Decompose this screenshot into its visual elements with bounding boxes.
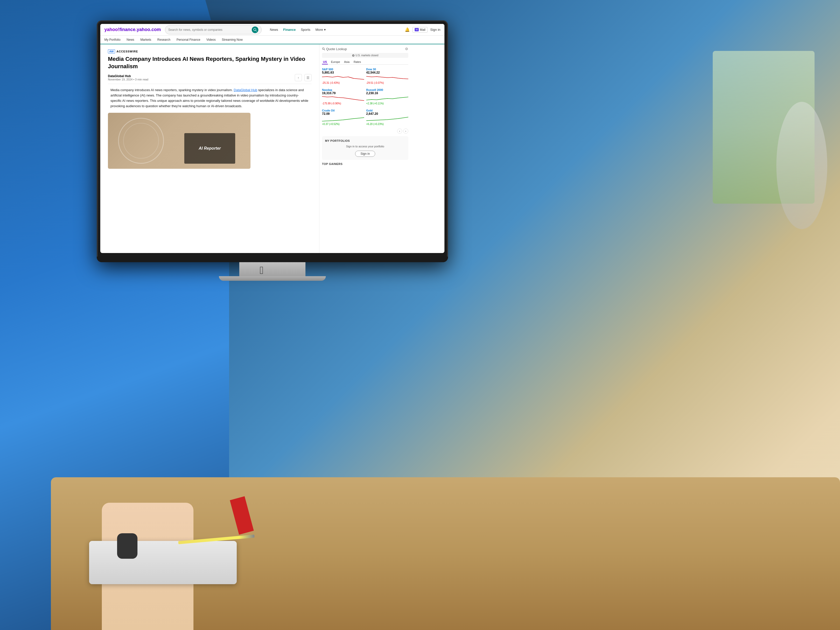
subnav-my-portfolio[interactable]: My Portfolio: [104, 38, 120, 41]
tab-us[interactable]: US: [322, 60, 328, 65]
svg-line-1: [256, 30, 257, 31]
article-image: AI Reporter: [108, 113, 251, 169]
tab-europe[interactable]: Europe: [330, 60, 341, 65]
tab-rates[interactable]: Rates: [352, 60, 362, 65]
mail-icon: ✉: [415, 28, 419, 31]
imac-monitor: yahoo!finance.yahoo.com News: [97, 21, 453, 300]
finance-text: finance.yahoo.com: [119, 27, 161, 32]
source-badge: AW ACCESSWIRE: [108, 49, 311, 54]
article-link[interactable]: DataGlobal Hub: [234, 88, 257, 92]
ticker-nasdaq-change: -175.99 (-0.90%): [322, 102, 364, 105]
markets-closed-text: U.S. markets closed: [355, 54, 378, 57]
ticker-nasdaq[interactable]: Nasdaq 19,310.79 -175.99 (-0.90%): [322, 87, 364, 106]
mail-label: Mail: [420, 28, 425, 32]
subnav: My Portfolio News Markets Research Perso…: [100, 36, 444, 44]
markets-closed-badge: U.S. markets closed: [322, 53, 408, 58]
subnav-markets[interactable]: Markets: [140, 38, 151, 41]
nav-more[interactable]: More ▾: [316, 28, 325, 32]
top-navigation: News Finance Sports More ▾: [270, 28, 325, 32]
prev-arrow[interactable]: ‹: [397, 129, 402, 134]
ticker-gold-value: 2,647.20: [366, 112, 409, 115]
keyboard: [89, 541, 237, 584]
ticker-dow30[interactable]: Dow 30 42,544.22 -29.51 (-0.07%): [366, 67, 409, 85]
nav-arrows: ‹ ›: [322, 129, 408, 134]
quote-lookup-label[interactable]: Quote Lookup: [322, 47, 347, 51]
nav-finance[interactable]: Finance: [283, 28, 296, 32]
svg-point-2: [322, 48, 324, 50]
source-icon: AW: [108, 49, 115, 54]
my-portfolios-section: MY PORTFOLIOS Sign in to access your por…: [322, 136, 408, 160]
search-bar[interactable]: [165, 25, 262, 34]
apple-logo-icon: : [260, 264, 264, 276]
image-label: AI Reporter: [199, 146, 221, 151]
ticker-gold-chart: [366, 116, 409, 122]
ticker-crude-oil[interactable]: Crude Oil 72.09 +0.37 (+0.52%): [322, 108, 364, 126]
tab-asia[interactable]: Asia: [343, 60, 351, 65]
article-author: DataGlobal Hub: [108, 74, 148, 78]
ticker-grid: S&P 500 5,881.63 -25.31 (-0.43%): [322, 67, 408, 126]
sidebar: Quote Lookup ⚙ U.S. markets closed: [319, 44, 411, 253]
topbar: yahoo!finance.yahoo.com News: [100, 24, 444, 36]
imac-chin: [97, 257, 448, 262]
ticker-nasdaq-name: Nasdaq: [322, 88, 364, 92]
search-input[interactable]: [168, 28, 250, 32]
portfolio-signin-button[interactable]: Sign in: [355, 151, 375, 157]
signin-link[interactable]: Sign in: [430, 28, 441, 32]
source-name: ACCESSWIRE: [117, 50, 138, 53]
mail-button[interactable]: ✉ Mail: [412, 27, 428, 33]
ticker-crude-oil-name: Crude Oil: [322, 109, 364, 112]
article-actions: ↑ ☰: [295, 74, 311, 81]
ticker-nasdaq-value: 19,310.79: [322, 92, 364, 95]
quote-lookup: Quote Lookup ⚙: [322, 47, 408, 51]
next-arrow[interactable]: ›: [403, 129, 408, 134]
ticker-russell-value: 2,230.16: [366, 92, 409, 95]
ticker-crude-oil-change: +0.37 (+0.52%): [322, 123, 364, 125]
ticker-gold-change: +6.20 (+0.23%): [366, 123, 409, 125]
article-area: AW ACCESSWIRE Media Company Introduces A…: [100, 44, 319, 253]
ticker-dow30-change: -29.51 (-0.07%): [366, 81, 409, 84]
top-gainers-label: TOP GAINERS: [322, 163, 408, 166]
save-button[interactable]: ☰: [305, 74, 311, 81]
ticker-sp500[interactable]: S&P 500 5,881.63 -25.31 (-0.43%): [322, 67, 364, 85]
imac-screen: yahoo!finance.yahoo.com News: [100, 24, 444, 253]
portfolios-description: Sign in to access your portfolio: [325, 144, 405, 148]
imac-stand-neck: [239, 262, 305, 278]
imac-stand-base: [219, 276, 326, 281]
subnav-streaming-now[interactable]: Streaming Now: [222, 38, 243, 41]
settings-icon[interactable]: ⚙: [405, 47, 408, 51]
search-icon[interactable]: [252, 27, 258, 33]
main-content: AW ACCESSWIRE Media Company Introduces A…: [100, 44, 444, 253]
ticker-crude-oil-chart: [322, 116, 364, 122]
ticker-gold[interactable]: Gold 2,647.20 +6.20 (+0.23%): [366, 108, 409, 126]
markets-tabs: US Europe Asia Rates: [322, 60, 408, 65]
ticker-dow30-value: 42,544.22: [366, 71, 409, 74]
ticker-crude-oil-value: 72.09: [322, 112, 364, 115]
yahoo-finance-site: yahoo!finance.yahoo.com News: [100, 24, 444, 253]
article-body: Media company introduces AI news reporte…: [108, 88, 311, 109]
nav-news[interactable]: News: [270, 28, 278, 32]
ticker-russell-change: +2.38 (+0.11%): [366, 102, 409, 105]
ticker-russell-chart: [366, 95, 409, 101]
yahoo-text: yahoo!: [104, 27, 119, 32]
search-small-icon: [322, 47, 325, 51]
ticker-nasdaq-chart: [322, 95, 364, 101]
watch: [117, 533, 137, 559]
share-button[interactable]: ↑: [295, 74, 302, 81]
ticker-sp500-value: 5,881.63: [322, 71, 364, 74]
yahoo-finance-logo[interactable]: yahoo!finance.yahoo.com: [104, 27, 161, 32]
image-screen: AI Reporter: [184, 133, 235, 164]
subnav-research[interactable]: Research: [157, 38, 170, 41]
imac-bezel: yahoo!finance.yahoo.com News: [97, 21, 448, 262]
subnav-personal-finance[interactable]: Personal Finance: [177, 38, 200, 41]
ticker-sp500-change: -25.31 (-0.43%): [322, 81, 364, 84]
article-meta-left: DataGlobal Hub November 19, 2024 • 3 min…: [108, 74, 148, 81]
article-title: Media Company Introduces AI News Reporte…: [108, 55, 311, 70]
ticker-russell[interactable]: Russell 2000 2,230.16 +2.38 (+0.11%): [366, 87, 409, 106]
quote-lookup-text: Quote Lookup: [326, 47, 347, 51]
subnav-news[interactable]: News: [126, 38, 134, 41]
nav-sports[interactable]: Sports: [301, 28, 311, 32]
topbar-right: 🔔 ✉ Mail Sign in: [405, 27, 441, 33]
subnav-videos[interactable]: Videos: [207, 38, 216, 41]
bell-icon[interactable]: 🔔: [405, 27, 410, 32]
article-date: November 19, 2024 • 3 min read: [108, 78, 148, 81]
